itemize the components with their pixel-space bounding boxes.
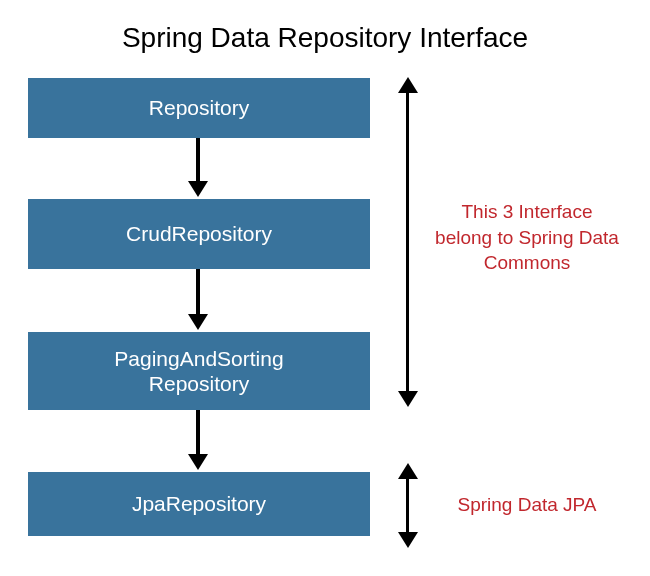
box-label: PagingAndSorting Repository — [114, 346, 283, 396]
double-arrow-icon — [406, 478, 409, 533]
arrow-down-icon — [196, 269, 200, 317]
annotation-jpa: Spring Data JPA — [432, 492, 622, 518]
box-label: CrudRepository — [126, 221, 272, 246]
box-repository: Repository — [28, 78, 370, 138]
arrow-down-icon — [196, 138, 200, 184]
annotation-commons: This 3 Interface belong to Spring Data C… — [432, 199, 622, 276]
box-label: JpaRepository — [132, 491, 266, 516]
double-arrow-icon — [406, 92, 409, 392]
hierarchy-diagram: Repository CrudRepository PagingAndSorti… — [0, 64, 650, 564]
box-label: Repository — [149, 95, 249, 120]
box-paging-sorting-repository: PagingAndSorting Repository — [28, 332, 370, 410]
page-title: Spring Data Repository Interface — [0, 0, 650, 64]
arrow-down-icon — [196, 410, 200, 457]
box-jpa-repository: JpaRepository — [28, 472, 370, 536]
box-crud-repository: CrudRepository — [28, 199, 370, 269]
